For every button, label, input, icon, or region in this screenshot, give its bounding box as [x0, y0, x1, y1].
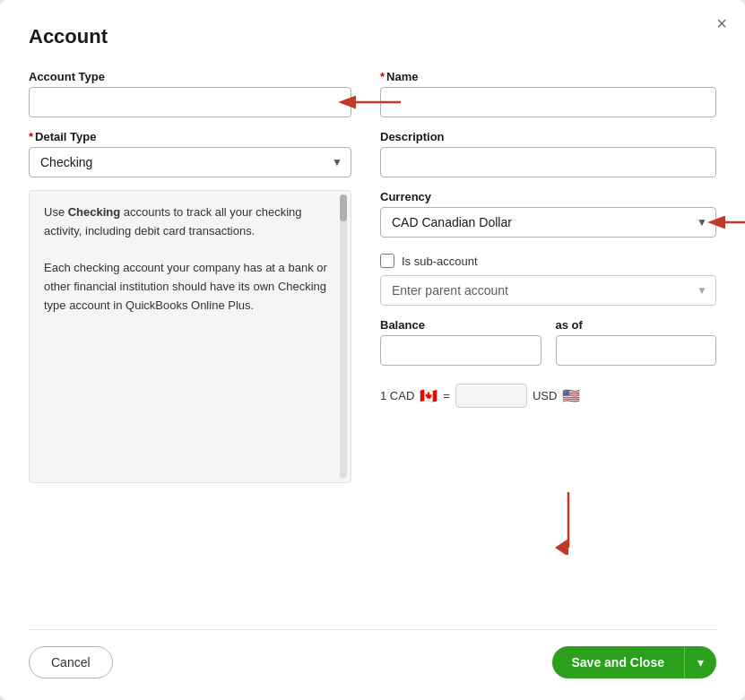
description-field: Description — [380, 130, 716, 177]
description-input[interactable] — [380, 147, 716, 177]
usd-label: USD — [533, 389, 557, 402]
save-close-dropdown-icon: ▾ — [697, 655, 704, 670]
description-label: Description — [380, 130, 716, 143]
description-info-box: Use Checking accounts to track all your … — [29, 190, 351, 483]
save-close-wrapper: Save and Close ▾ — [552, 646, 717, 678]
cad-flag-icon: 🇨🇦 — [420, 387, 437, 404]
detail-type-select[interactable]: Checking Savings Money Market Rents Held… — [29, 147, 351, 177]
usd-flag-icon: 🇺🇸 — [562, 387, 580, 404]
usd-conversion-input[interactable] — [455, 384, 527, 408]
detail-type-label: *Detail Type — [29, 130, 351, 143]
cad-label: 1 CAD — [380, 389, 414, 402]
subaccount-label: Is sub-account — [402, 255, 478, 268]
scrollbar[interactable] — [340, 194, 347, 479]
close-button[interactable]: × — [716, 14, 727, 32]
currency-label: Currency — [380, 190, 716, 203]
subaccount-checkbox-row: Is sub-account — [380, 254, 716, 268]
currency-select-wrapper[interactable]: CAD Canadian Dollar USD US Dollar EUR Eu… — [380, 207, 716, 238]
description-para-2: Each checking account your company has a… — [44, 259, 336, 315]
account-modal: × Account Account Type Bank — [0, 0, 745, 700]
parent-account-wrapper: Enter parent account ▼ — [380, 275, 716, 306]
detail-type-field: *Detail Type Checking Savings Money Mark… — [29, 130, 351, 177]
cancel-button[interactable]: Cancel — [29, 646, 113, 678]
account-type-input: Bank — [29, 87, 351, 117]
description-para-1: Use Checking accounts to track all your … — [44, 203, 336, 241]
currency-select[interactable]: CAD Canadian Dollar USD US Dollar EUR Eu… — [380, 207, 716, 238]
currency-field: Currency CAD Canadian Dollar USD US Doll… — [380, 190, 716, 238]
arrow-annotation-save — [546, 492, 591, 555]
subaccount-section: Is sub-account Enter parent account ▼ — [380, 250, 716, 306]
balance-input[interactable] — [380, 335, 541, 366]
name-field: *Name Stripe (required for Synder) CAD — [380, 70, 716, 117]
subaccount-checkbox[interactable] — [380, 254, 394, 268]
name-input[interactable]: Stripe (required for Synder) CAD — [380, 87, 716, 117]
right-column: *Name Stripe (required for Synder) CAD D… — [380, 70, 716, 483]
account-type-label: Account Type — [29, 70, 351, 83]
modal-title: Account — [29, 25, 716, 48]
balance-label: Balance — [380, 318, 541, 332]
name-label: *Name — [380, 70, 716, 83]
asof-label: as of — [556, 318, 717, 332]
left-column: Account Type Bank — [29, 70, 351, 483]
arrow-container — [29, 483, 716, 555]
equals-label: = — [443, 389, 450, 402]
modal-footer: Cancel Save and Close ▾ — [29, 629, 716, 700]
asof-group: as of 08/05/2022 — [556, 318, 717, 366]
form-body: Account Type Bank — [29, 70, 716, 483]
currency-conversion-row: 1 CAD 🇨🇦 = USD 🇺🇸 — [380, 384, 716, 408]
parent-account-select[interactable]: Enter parent account — [380, 275, 716, 306]
balance-row: Balance as of 08/05/2022 — [380, 318, 716, 366]
spacer — [29, 483, 716, 630]
balance-group: Balance — [380, 318, 541, 366]
scrollbar-thumb[interactable] — [340, 194, 347, 221]
account-type-field: Account Type Bank — [29, 70, 351, 117]
save-close-button[interactable]: Save and Close — [552, 646, 685, 678]
asof-input[interactable]: 08/05/2022 — [556, 335, 717, 366]
save-close-dropdown-button[interactable]: ▾ — [684, 646, 716, 678]
arrow-annotation-currency — [721, 209, 745, 236]
detail-type-select-wrapper[interactable]: Checking Savings Money Market Rents Held… — [29, 147, 351, 177]
